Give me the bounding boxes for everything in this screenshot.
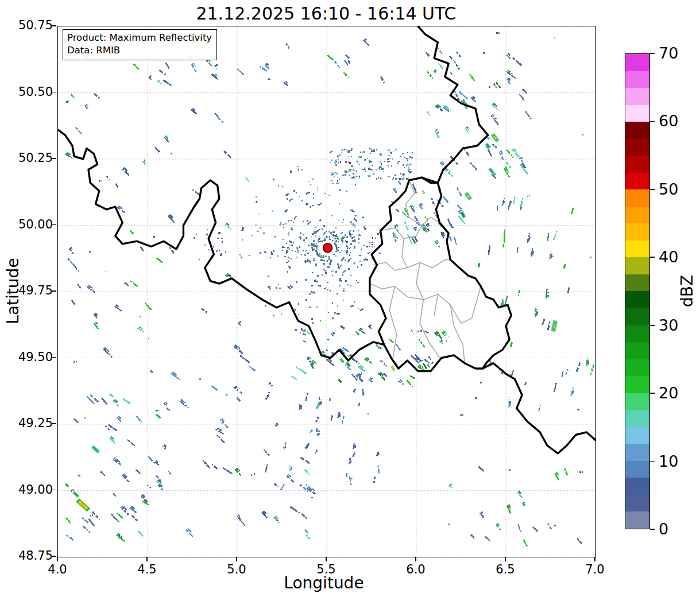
- y-tick-label: 50.00: [10, 218, 53, 231]
- echo-layer: [65, 32, 594, 546]
- colorbar-band: [625, 308, 649, 325]
- colorbar-band: [625, 393, 649, 410]
- colorbar-tick-mark: [650, 529, 655, 530]
- colorbar-band: [625, 427, 649, 444]
- colorbar-band: [625, 173, 649, 190]
- colorbar-tick-mark: [650, 257, 655, 258]
- radar-map-canvas: [58, 26, 595, 557]
- colorbar-band: [625, 223, 649, 241]
- product-label: Product: Maximum Reflectivity: [67, 32, 212, 44]
- colorbar-band: [625, 122, 649, 139]
- y-tick-label: 49.50: [10, 350, 53, 364]
- colorbar-tick-label: 50: [659, 180, 678, 199]
- y-tick-label: 50.25: [10, 151, 53, 165]
- x-tick-label: 4.0: [40, 563, 75, 576]
- colorbar-tick-mark: [650, 121, 655, 122]
- y-tick-mark: [52, 556, 56, 557]
- y-tick-mark: [52, 92, 56, 93]
- x-tick-mark: [594, 557, 595, 561]
- y-tick-mark: [52, 490, 56, 491]
- colorbar-band: [625, 54, 649, 71]
- radar-location-marker: [323, 243, 332, 253]
- colorbar-band: [625, 325, 649, 343]
- y-tick-label: 49.75: [10, 284, 53, 297]
- x-tick-label: 4.5: [130, 563, 164, 576]
- data-source-label: Data: RMIB: [67, 44, 212, 57]
- y-tick-label: 49.00: [10, 483, 53, 497]
- x-tick-label: 5.5: [309, 563, 343, 576]
- colorbar-band: [625, 105, 649, 122]
- colorbar-tick-mark: [650, 461, 655, 462]
- y-tick-mark: [52, 158, 56, 159]
- y-tick-label: 50.75: [10, 18, 53, 32]
- colorbar-band: [625, 291, 649, 308]
- y-tick-mark: [52, 290, 56, 292]
- colorbar-band: [625, 156, 649, 173]
- colorbar-tick-label: 10: [659, 452, 678, 471]
- colorbar-band: [625, 461, 649, 478]
- grid-lines: [58, 26, 595, 557]
- colorbar-band: [625, 511, 649, 529]
- colorbar-band: [625, 257, 649, 274]
- colorbar-band: [625, 71, 649, 88]
- x-tick-label: 7.0: [578, 563, 612, 576]
- colorbar-band: [625, 495, 649, 512]
- colorbar-tick-label: 0: [659, 520, 668, 538]
- colorbar-tick-label: 20: [659, 384, 678, 402]
- x-tick-mark: [326, 557, 327, 561]
- y-tick-mark: [52, 357, 56, 358]
- product-info-box: Product: Maximum Reflectivity Data: RMIB: [63, 29, 217, 60]
- y-tick-mark: [52, 224, 56, 226]
- x-tick-mark: [505, 557, 506, 561]
- colorbar-band: [625, 410, 649, 427]
- colorbar-tick-mark: [650, 393, 655, 394]
- colorbar-tick-mark: [650, 53, 655, 54]
- colorbar-band: [625, 189, 649, 207]
- x-tick-label: 6.5: [488, 563, 523, 576]
- x-tick-mark: [236, 557, 237, 561]
- feature-echo-layer: [65, 134, 555, 510]
- colorbar-band: [625, 274, 649, 292]
- colorbar-tick-label: 30: [659, 316, 678, 335]
- y-tick-label: 50.50: [10, 85, 53, 99]
- colorbar-band: [625, 359, 649, 377]
- colorbar-tick-mark: [650, 189, 655, 190]
- colorbar-band: [625, 88, 649, 105]
- y-tick-label: 49.25: [10, 416, 53, 430]
- map-plot-area: [57, 26, 596, 557]
- colorbar-band: [625, 444, 649, 461]
- radar-figure: 21.12.2025 16:10 - 16:14 UTC Product: Ma…: [0, 0, 700, 597]
- y-tick-mark: [52, 25, 56, 26]
- colorbar: [625, 53, 650, 529]
- y-tick-label: 48.75: [10, 549, 53, 563]
- colorbar-tick-label: 40: [659, 248, 678, 266]
- colorbar-band: [625, 241, 649, 258]
- colorbar-tick-label: 60: [659, 112, 678, 130]
- colorbar-band: [625, 478, 649, 495]
- colorbar-tick-label: 70: [659, 44, 678, 63]
- colorbar-band: [625, 342, 649, 359]
- x-tick-mark: [146, 557, 148, 561]
- x-tick-mark: [415, 557, 416, 561]
- x-tick-mark: [57, 557, 58, 561]
- colorbar-band: [625, 207, 649, 224]
- colorbar-band: [625, 139, 649, 156]
- x-tick-label: 6.0: [399, 563, 433, 576]
- colorbar-label: dBZ: [678, 275, 697, 307]
- colorbar-band: [625, 376, 649, 393]
- x-tick-label: 5.0: [219, 563, 254, 576]
- figure-title: 21.12.2025 16:10 - 16:14 UTC: [0, 3, 652, 24]
- colorbar-tick-mark: [650, 325, 655, 326]
- y-tick-mark: [52, 423, 56, 424]
